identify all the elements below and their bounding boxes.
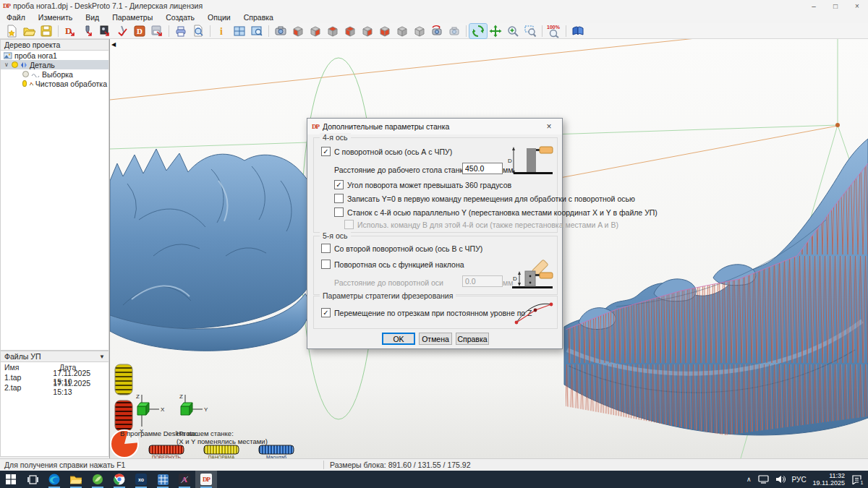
collapse-panel-icon[interactable]: ◀ [111,41,116,48]
notification-center-icon[interactable]: 1 [851,474,862,484]
table-row[interactable]: 2.tap 17.11.2025 15:13 [1,382,109,393]
info-icon[interactable]: i [213,24,231,38]
zoom-window-icon[interactable] [248,24,265,38]
menu-create[interactable]: Создать [159,12,201,22]
vector-wizard-icon[interactable] [114,24,131,38]
menu-file[interactable]: Файл [0,12,32,22]
rotate-camera-icon[interactable] [428,24,446,38]
deskproto-editor-icon[interactable]: D [131,24,148,38]
checkbox-rotary-axis[interactable]: С поворотной осью (ось А с ЧПУ) [321,147,452,156]
bitmap-wizard-icon[interactable] [96,24,114,38]
menu-options[interactable]: Опции [201,12,237,22]
language-indicator[interactable]: РУС [792,476,807,484]
taskbar-edge-icon[interactable] [43,471,65,488]
camera-view-icon[interactable] [272,24,289,38]
checkbox-segment-moves[interactable]: Перемещение по отрезкам при постоянном у… [321,308,532,317]
view-iso2-icon[interactable] [411,24,428,38]
help-book-icon[interactable] [569,24,587,38]
dialog-title-bar[interactable]: DP Дополнительные параметры станка × [307,119,562,134]
checkbox-icon[interactable] [334,207,344,217]
cancel-button[interactable]: Отмена [419,333,452,345]
checkbox-icon[interactable] [334,180,344,189]
close-button[interactable]: × [846,2,868,10]
checkbox-parallel-y[interactable]: Станок с 4-й осью параллельно Y (переста… [334,207,658,217]
geometry-wizard-icon[interactable]: D [61,24,79,38]
view-top-icon[interactable] [359,24,376,38]
save-icon[interactable] [38,24,55,38]
view-bottom-icon[interactable] [376,24,393,38]
tile-windows-icon[interactable] [231,24,248,38]
svg-text:i: i [220,26,223,37]
menu-parameters[interactable]: Параметры [106,12,159,22]
zoom-100-tool[interactable]: 100% [545,24,563,38]
taskbar-a-app-icon[interactable]: A [174,471,195,488]
checkbox-icon[interactable] [321,244,331,253]
taskbar-xo-app-icon[interactable]: xo [130,471,152,488]
hint-machine: На вашем станке: [176,429,234,437]
menu-edit[interactable]: Изменить [32,12,79,22]
distance-table-input[interactable] [462,163,503,174]
tree-item-detail[interactable]: ∨ Деталь [1,60,109,69]
tree-item-finishing[interactable]: Чистовая обработка [1,79,109,88]
taskbar-table-app-icon[interactable] [152,471,174,488]
tree-item-roughing[interactable]: Выборка [1,69,109,79]
toolpath-wizard-icon[interactable] [79,24,96,38]
prev-camera-icon[interactable] [446,24,463,38]
save-nc-icon[interactable] [148,24,166,38]
dialog-close-button[interactable]: × [540,121,558,132]
nc-files-header[interactable]: Файлы УП ▼ [0,351,109,362]
zoom-in-tool[interactable] [504,24,522,38]
taskbar-deskproto-icon[interactable]: DP [195,471,217,488]
checkbox-icon[interactable] [321,260,331,269]
taskbar-green-app-icon[interactable] [87,471,109,488]
column-name[interactable]: Имя [4,363,59,372]
visibility-bulb-icon[interactable] [22,80,27,87]
print-preview-icon[interactable] [190,24,207,38]
model-left-carving[interactable] [110,149,319,351]
checkbox-write-y0[interactable]: Записать Y=0 в первую команду перемещени… [334,194,635,203]
zoom-nav-button[interactable] [259,445,294,454]
segment-strategy-diagram [514,299,554,327]
dropdown-arrow-icon[interactable]: ▼ [99,354,105,360]
ok-button[interactable]: OK [382,333,415,345]
checkbox-over-360[interactable]: Угол поворота может превышать 360 градус… [334,180,511,189]
pan-view-tool[interactable] [487,24,504,38]
clock[interactable]: 11:32 19.11.2025 [813,472,845,487]
checkbox-second-rotary[interactable]: Со второй поворотной осью (ось B с ЧПУ) [321,244,482,253]
zoom-rect-tool[interactable] [522,24,539,38]
tree-item-project[interactable]: проба нога1 [1,51,109,60]
print-icon[interactable] [172,24,190,38]
chevron-down-icon[interactable]: ∨ [4,61,9,68]
view-iso-icon[interactable] [393,24,411,38]
help-button[interactable]: Справка [456,333,489,345]
checkbox-icon[interactable] [321,308,331,317]
yellow-cylinder-widget [115,364,132,395]
new-file-icon[interactable] [3,24,20,38]
pan-nav-button[interactable] [204,445,239,454]
speaker-icon[interactable] [775,475,786,484]
task-view-button[interactable] [22,471,43,488]
network-icon[interactable] [758,475,769,484]
checkbox-icon[interactable] [321,147,331,156]
view-right-icon[interactable] [341,24,359,38]
taskbar-explorer-icon[interactable] [65,471,87,488]
open-file-icon[interactable] [20,24,38,38]
taskbar-chrome-icon[interactable] [109,471,130,488]
tray-chevron-icon[interactable]: ∧ [746,476,752,483]
axis-label-z: Z [136,393,140,400]
view-front-icon[interactable] [289,24,307,38]
checkbox-tilt-function[interactable]: Поворотная ось с функцией наклона [321,260,464,269]
view-left-icon[interactable] [324,24,341,38]
visibility-bulb-icon[interactable] [12,61,18,68]
rotate-nav-button[interactable] [149,445,184,454]
view-back-icon[interactable] [307,24,324,38]
visibility-bulb-icon[interactable] [22,71,29,77]
start-button[interactable] [0,471,22,488]
distance-table-label: Расстояние до рабочего стола станка [334,166,467,174]
minimize-button[interactable]: – [803,2,825,10]
checkbox-icon[interactable] [334,194,344,203]
menu-view[interactable]: Вид [79,12,106,22]
menu-help[interactable]: Справка [237,12,280,22]
maximize-button[interactable]: □ [825,2,846,10]
rotate-view-tool[interactable] [469,24,487,38]
